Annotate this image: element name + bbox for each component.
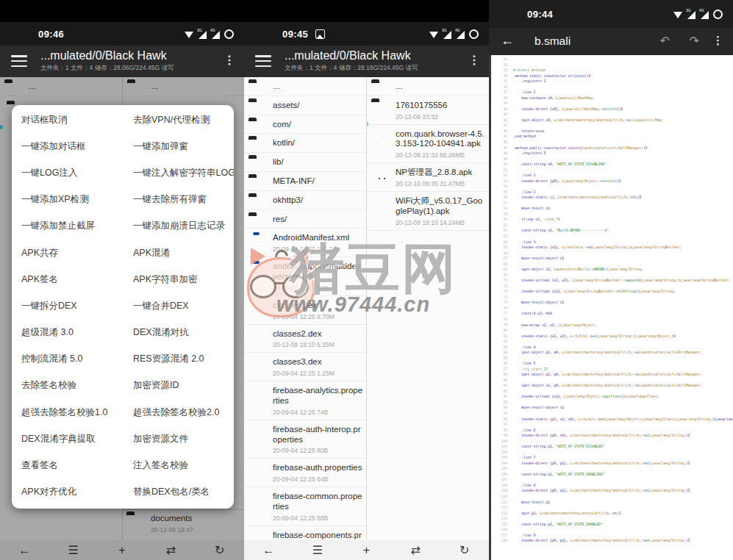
dialog-menu-item[interactable]: 加密资源ID — [133, 379, 234, 392]
dialog-menu-item[interactable]: 一键添加弹窗 — [133, 140, 234, 153]
dialog-menu-item[interactable]: 一键添加对话框 — [21, 140, 133, 153]
back-icon[interactable]: ← — [501, 33, 514, 49]
dialog-menu-item[interactable]: APK对齐优化 — [21, 486, 133, 498]
file-row[interactable]: classes2.dex20-12-09 19:10 5.35M — [244, 325, 366, 353]
overflow-menu-icon[interactable]: ⋮ — [712, 34, 723, 47]
file-row[interactable]: com/ — [244, 115, 366, 134]
swap-icon[interactable]: ⇄ — [403, 540, 428, 560]
file-row[interactable]: firebase-common.properties20-09-04 12:25… — [244, 487, 366, 526]
file-row[interactable]: firebase-analytics.properties20-09-04 12… — [244, 381, 366, 420]
dialog-menu-item[interactable]: 一键注入解密字符串LOG — [133, 167, 234, 179]
file-row[interactable]: assets/ — [244, 96, 366, 115]
file-row[interactable]: ... — [367, 77, 489, 96]
code-line: 67 move-result-object v1 — [496, 256, 733, 262]
file-name: firebase-common.properties — [273, 492, 364, 512]
file-row[interactable]: NP管理器_2.8.8.apk20-12-10 09:35 31.47MB — [367, 163, 489, 192]
dialog-menu-item[interactable]: APK字符串加密 — [133, 273, 234, 286]
code-line: 57 — [496, 201, 733, 207]
redo-icon[interactable]: ↷ — [690, 34, 699, 48]
file-row[interactable]: lib/ — [244, 153, 366, 172]
code-line: 53 invoke-direct {p0}, Ljava/lang/Object… — [496, 179, 733, 184]
overflow-menu-icon[interactable]: ⋮ — [224, 54, 235, 67]
code-line: 95 — [496, 411, 733, 417]
dialog-menu-item[interactable]: APK共存 — [21, 247, 133, 259]
dialog-menu-item[interactable]: 替换DEX包名/类名 — [133, 486, 234, 498]
file-row[interactable]: 1761017555620-12-09 23:32 — [367, 96, 489, 125]
file-name: META-INF/ — [273, 176, 364, 187]
code-line: 78 — [496, 317, 733, 323]
dialog-menu-item[interactable]: 去除VPN/代理检测 — [133, 114, 234, 126]
dialog-menu-item[interactable]: APK签名 — [21, 273, 133, 286]
file-row[interactable]: okhttp3/ — [244, 191, 366, 210]
dialog-menu-item[interactable]: 去除签名校验 — [21, 379, 133, 392]
file-row[interactable]: com.quark.browser-4.5.3.153-120-104941.a… — [367, 125, 489, 164]
code-line: 35 .registers 1 — [496, 79, 733, 85]
dialog-menu-item[interactable]: 一键添加禁止截屏 — [21, 220, 133, 232]
file-row[interactable]: res/ — [244, 210, 366, 229]
dialog-menu-item[interactable]: 一键添加XP检测 — [21, 193, 133, 206]
code-line: 33# direct methods — [496, 68, 733, 73]
dialog-menu-item[interactable]: 控制流混淆 5.0 — [21, 353, 133, 365]
file-row[interactable]: ... — [244, 77, 366, 96]
file-row[interactable]: classes3.dex20-09-04 12:25 1.25M — [244, 353, 366, 381]
add-icon[interactable]: + — [354, 540, 379, 560]
file-name: classes.dex — [273, 301, 364, 311]
overflow-menu-icon[interactable]: ⋮ — [468, 54, 480, 67]
code-line: 81 invoke-static {v1, v2}, Lc/b/b/d;->a(… — [496, 334, 733, 340]
battery-icon — [224, 29, 234, 39]
undo-icon[interactable]: ↶ — [660, 34, 670, 48]
dialog-menu-item[interactable]: 超级混淆 3.0 — [21, 326, 133, 339]
dialog-menu-item[interactable]: RES资源混淆 2.0 — [133, 353, 234, 365]
dialog-menu-item[interactable]: 超强去除签名校验2.0 — [133, 406, 234, 419]
dialog-menu-item[interactable]: 超强去除签名校验1.0 — [21, 406, 133, 419]
file-row[interactable]: androidsupportmultidexversion.txt20-09-0… — [244, 257, 366, 296]
code-line: 64 .line 3 — [496, 240, 733, 245]
dialog-menu-item[interactable]: 加密资源文件 — [133, 433, 234, 445]
file-row[interactable]: firebase-components.properties20-09-04 1… — [244, 526, 366, 540]
file-name: androidsupportmultidexversion.txt — [273, 262, 364, 282]
dialog-menu-item[interactable]: 查看签名 — [21, 459, 133, 472]
path-subtitle: 文件夹：1 文件：4 储存：28.06G/224.45G 读写 — [40, 64, 244, 73]
dialog-menu-item[interactable]: 一键添加崩溃日志记录 — [133, 220, 234, 232]
file-row[interactable]: firebase-auth.properties20-09-04 12:25 6… — [244, 459, 366, 487]
dialog-menu-item[interactable]: APK混淆 — [133, 247, 234, 259]
file-name: classes2.dex — [273, 329, 364, 340]
file-name: firebase-analytics.properties — [273, 386, 364, 406]
dialog-menu-item[interactable]: 注入签名校验 — [133, 459, 234, 472]
code-line: 117 .line 9 — [496, 533, 733, 539]
code-line: 103 .line 7 — [496, 455, 733, 461]
code-line: 86 .line 5 — [496, 361, 733, 367]
code-editor[interactable]: 313233# direct methods34.method static c… — [489, 55, 733, 560]
dialog-menu-item[interactable]: 对话框取消 — [21, 114, 133, 126]
code-line: 104 invoke-direct {p0, p1}, Lcom/share/m… — [496, 461, 733, 467]
wifi-icon — [185, 32, 193, 38]
file-name: okhttp3/ — [273, 195, 364, 206]
notch-strip — [0, 0, 244, 22]
file-row[interactable]: META-INF/ — [244, 172, 366, 191]
code-line: 79 new-array v2, v2, [Ljava/lang/Object; — [496, 323, 733, 329]
file-row[interactable]: firebase-auth-interop.properties20-09-04… — [244, 420, 366, 459]
file-row[interactable]: WiFi大师_v5.0.17_GooglePlay(1).apk20-12-09… — [367, 192, 489, 231]
file-name: assets/ — [273, 101, 364, 111]
clock: 09:46 — [38, 29, 64, 40]
back-icon[interactable]: ← — [256, 540, 281, 560]
file-row[interactable]: kotlin/ — [244, 134, 366, 153]
hamburger-menu-icon[interactable] — [255, 55, 271, 67]
menu-icon[interactable]: ☰ — [305, 540, 330, 560]
file-row[interactable]: AndroidManifest.xml20-09-04 12:25 105.28… — [244, 229, 366, 257]
dialog-menu-item[interactable]: DEX混淆对抗 — [133, 326, 234, 339]
dialog-menu-item[interactable]: 一键去除所有弹窗 — [133, 193, 234, 206]
refresh-icon[interactable]: ↻ — [452, 540, 477, 560]
status-bar: 09:44 3G 4G — [489, 0, 733, 28]
dialog-menu-item[interactable]: 一键拆分DEX — [21, 300, 133, 312]
file-row[interactable]: classes.dex20-09-04 12:25 8.70M — [244, 296, 366, 325]
code-line: 42 sput-object v0, Lcom/share/masterkey/… — [496, 118, 733, 123]
dialog-menu-item[interactable]: 一键合并DEX — [133, 300, 234, 312]
code-line: 102 — [496, 450, 733, 456]
code-line: 49 — [496, 157, 733, 162]
dialog-menu-item[interactable]: 一键LOG注入 — [21, 167, 133, 179]
dialog-menu-item[interactable]: DEX混淆字典提取 — [21, 433, 133, 445]
hamburger-menu-icon[interactable] — [11, 55, 27, 67]
editor-toolbar: ← b.smali ↶ ↷ ⋮ — [489, 28, 733, 55]
code-line: 55 .line 2 — [496, 190, 733, 195]
